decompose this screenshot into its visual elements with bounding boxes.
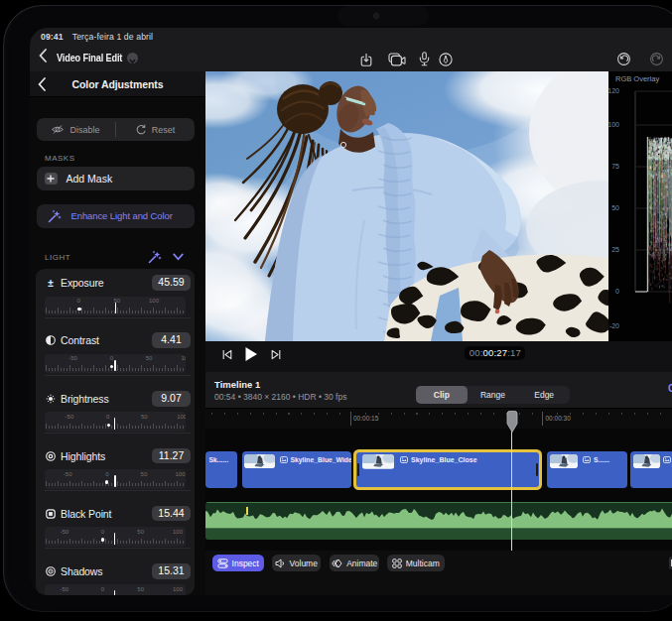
svg-text:±: ±	[48, 278, 54, 289]
